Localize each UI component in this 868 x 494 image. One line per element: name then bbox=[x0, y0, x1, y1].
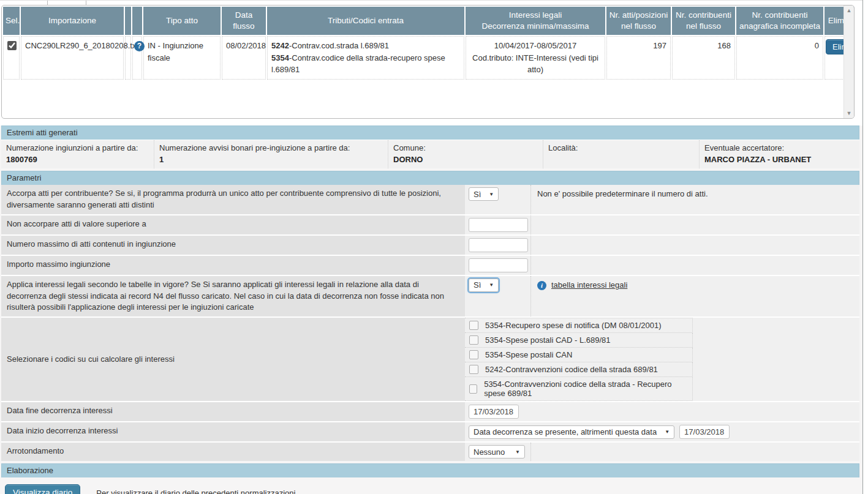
field-label: Numerazione avvisi bonari pre-ingiuzione… bbox=[159, 143, 383, 152]
param-content: 5354-Recupero spese di notifica (DM 08/0… bbox=[465, 318, 859, 401]
param-label: Data inizio decorrenza interessi bbox=[1, 422, 465, 441]
codice-checkbox[interactable] bbox=[469, 365, 478, 374]
tributo-desc: -Contrav.codice della strada-recupero sp… bbox=[271, 53, 445, 75]
field-label: Comune: bbox=[393, 143, 538, 152]
field-value: 1 bbox=[159, 155, 383, 164]
applica-interessi-select[interactable]: Sì ▼ bbox=[469, 279, 499, 292]
header-nr-atti: Nr. atti/posizioni nel flusso bbox=[606, 7, 671, 35]
section-elaborazione: Elaborazione bbox=[1, 463, 859, 477]
codice-checkbox[interactable] bbox=[469, 350, 478, 359]
param-label: Accorpa atti per contribuente? Se si, il… bbox=[1, 185, 465, 214]
param-row-importo-massimo: Importo massimo ingiunzione bbox=[1, 256, 859, 275]
right-margin bbox=[863, 0, 868, 494]
row-tributi-cell: 5242-Contrav.cod.strada l.689/81 5354-Co… bbox=[267, 36, 464, 80]
param-label: Numero massimo di atti contenuti in ingi… bbox=[1, 236, 465, 255]
interessi-cod-tributo: Cod.tributo: INTE-Interessi (vedi tipi a… bbox=[470, 52, 601, 76]
question-mark-icon[interactable]: ? bbox=[134, 41, 145, 51]
param-row-numero-massimo: Numero massimo di atti contenuti in ingi… bbox=[1, 236, 859, 255]
codice-label: 5354-Recupero spese di notifica (DM 08/0… bbox=[485, 321, 662, 330]
visualizza-diario-button[interactable]: Visualizza diario bbox=[5, 484, 80, 494]
param-row-applica-interessi: Applica interessi legali secondo le tabe… bbox=[1, 276, 859, 317]
row-importazione-cell: CNC290LR290_6_20180208.txt bbox=[21, 36, 124, 80]
field-value: 1800769 bbox=[6, 155, 149, 164]
param-row-selezione-codici: Selezionare i codici su cui calcolare gl… bbox=[1, 318, 859, 401]
action-description-line1: Per visualizzare il diario delle precede… bbox=[96, 487, 295, 494]
chevron-down-icon: ▼ bbox=[489, 282, 494, 288]
row-nr-anagrafica-cell: 0 bbox=[736, 36, 823, 80]
param-note: i tabella interessi legali bbox=[530, 276, 859, 317]
codice-label: 5354-Contravvenzioni codice della strada… bbox=[484, 380, 688, 398]
info-icon[interactable]: i bbox=[537, 281, 546, 290]
field-localita: Località: bbox=[543, 140, 700, 168]
importo-massimo-input[interactable] bbox=[469, 258, 528, 272]
table-row: CNC290LR290_6_20180208.txt ? IN - Ingiun… bbox=[3, 36, 855, 80]
row-interessi-cell: 10/04/2017-08/05/2017 Cod.tributo: INTE-… bbox=[466, 36, 605, 80]
top-area: Sel. Importazione Tipo atto Data flusso … bbox=[0, 0, 868, 125]
flussi-table: Sel. Importazione Tipo atto Data flusso … bbox=[2, 6, 855, 81]
data-inizio-select[interactable]: Data decorrenza se presente, altrimenti … bbox=[469, 425, 674, 439]
param-row-data-inizio: Data inizio decorrenza interessi Data de… bbox=[1, 422, 859, 441]
param-control bbox=[465, 256, 530, 275]
codice-checkbox[interactable] bbox=[469, 384, 477, 394]
table-scrollbar[interactable]: ▲ ▼ bbox=[843, 6, 854, 118]
tributo-code: 5354 bbox=[271, 53, 289, 62]
header-importazione: Importazione bbox=[21, 7, 124, 35]
estremi-fields: Numerazione ingiunzioni a partire da: 18… bbox=[1, 140, 859, 168]
data-inizio-input[interactable] bbox=[679, 425, 730, 439]
section-parametri: Parametri bbox=[1, 171, 859, 185]
chevron-down-icon: ▼ bbox=[515, 449, 520, 455]
param-control: Nessuno ▼ bbox=[465, 443, 530, 461]
field-label: Eventuale accertatore: bbox=[704, 143, 855, 152]
param-label: Non accorpare atti di valore superiore a bbox=[1, 215, 465, 234]
row-select-checkbox[interactable] bbox=[7, 41, 17, 50]
codici-checkbox-list: 5354-Recupero spese di notifica (DM 08/0… bbox=[465, 318, 693, 401]
codice-option: 5354-Recupero spese di notifica (DM 08/0… bbox=[465, 318, 693, 333]
data-fine-input[interactable] bbox=[469, 405, 519, 419]
header-tipo-atto: Tipo atto bbox=[143, 7, 221, 35]
row-tipo-atto-cell: IN - Ingiunzione fiscale bbox=[143, 36, 221, 80]
row-data-flusso-cell: 08/02/2018 bbox=[222, 36, 266, 80]
accorpa-select[interactable]: Sì ▼ bbox=[469, 187, 499, 201]
header-nr-anagrafica: Nr. contribuenti anagrafica incompleta bbox=[736, 7, 823, 35]
codice-label: 5354-Spese postali CAD - L.689/81 bbox=[485, 335, 611, 345]
codice-checkbox[interactable] bbox=[469, 335, 478, 345]
scroll-down-icon[interactable]: ▼ bbox=[847, 110, 852, 116]
field-value: MARCO PIAZZA - URBANET bbox=[704, 155, 855, 164]
action-description: Per visualizzare il diario delle precede… bbox=[96, 484, 295, 494]
param-note bbox=[530, 443, 859, 461]
tributo-desc: -Contrav.cod.strada l.689/81 bbox=[289, 41, 389, 50]
field-numerazione-avvisi: Numerazione avvisi bonari pre-ingiuzione… bbox=[154, 140, 388, 168]
param-content: Nessuno ▼ bbox=[465, 443, 859, 461]
param-control: Sì ▼ bbox=[465, 185, 530, 203]
select-value: Sì bbox=[474, 190, 481, 199]
param-note bbox=[530, 236, 859, 255]
param-label: Data fine decorrenza interessi bbox=[1, 402, 465, 421]
row-nr-atti-cell: 197 bbox=[606, 36, 671, 80]
chevron-down-icon: ▼ bbox=[489, 192, 494, 197]
param-content: Sì ▼ Non e' possibile predeterminare il … bbox=[465, 185, 859, 214]
codice-option: 5354-Spese postali CAN bbox=[465, 348, 693, 362]
codice-label: 5354-Spese postali CAN bbox=[485, 350, 572, 359]
arrotondamento-select[interactable]: Nessuno ▼ bbox=[469, 445, 525, 458]
scroll-up-icon[interactable]: ▲ bbox=[847, 7, 852, 13]
param-content bbox=[465, 256, 859, 275]
tabella-interessi-link[interactable]: tabella interessi legali bbox=[551, 280, 627, 290]
param-row-non-accorpare: Non accorpare atti di valore superiore a bbox=[1, 215, 859, 234]
param-control: Sì ▼ bbox=[465, 276, 530, 294]
valore-superiore-input[interactable] bbox=[469, 218, 528, 232]
param-content bbox=[465, 402, 859, 421]
field-numerazione-ingiunzioni: Numerazione ingiunzioni a partire da: 18… bbox=[1, 140, 154, 168]
param-note bbox=[530, 256, 859, 275]
codice-checkbox[interactable] bbox=[469, 321, 478, 330]
codice-label: 5242-Contravvenzioni codice della strada… bbox=[485, 365, 658, 374]
numero-massimo-input[interactable] bbox=[469, 238, 528, 252]
header-interessi: Interessi legali Decorrenza minima/massi… bbox=[466, 7, 605, 35]
field-label: Numerazione ingiunzioni a partire da: bbox=[6, 143, 149, 152]
header-interessi-line2: Decorrenza minima/massima bbox=[468, 21, 603, 32]
codice-option: 5242-Contravvenzioni codice della strada… bbox=[465, 362, 693, 377]
field-comune: Comune: DORNO bbox=[388, 140, 543, 168]
section-estremi-atti-generati: Estremi atti generati bbox=[1, 125, 859, 140]
codice-option: 5354-Contravvenzioni codice della strada… bbox=[465, 377, 693, 401]
select-value: Sì bbox=[474, 280, 481, 290]
row-help-cell: ? bbox=[132, 36, 142, 80]
